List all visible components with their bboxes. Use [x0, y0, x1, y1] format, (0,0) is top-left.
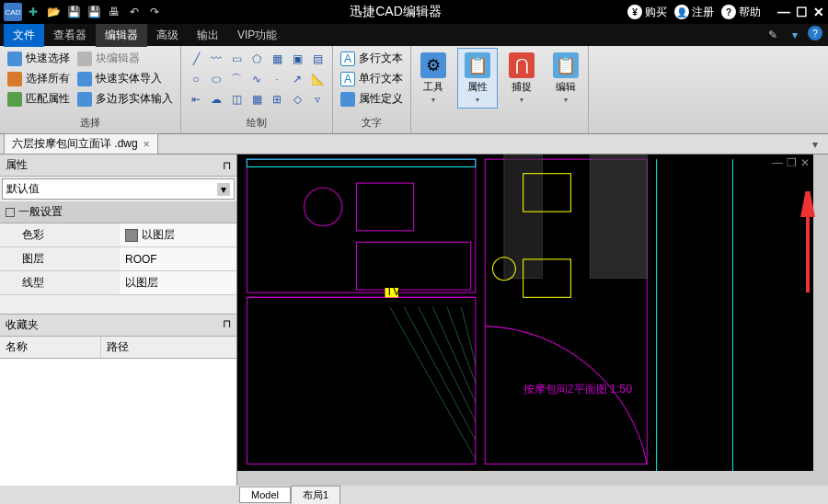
hatch-tool[interactable]: ▦ — [268, 50, 286, 68]
misc-tool[interactable]: ▿ — [308, 90, 327, 109]
tools-icon: ⚙ — [420, 52, 446, 78]
canvas-restore-icon[interactable]: ❐ — [787, 156, 797, 169]
open-icon[interactable]: 📂 — [44, 3, 63, 21]
sidebar: 属性 ⊓ 默认值 ▾ 一般设置 色彩 以图层 图层 ROOF 线型 以图层 收藏… — [0, 155, 237, 486]
menu-output[interactable]: 输出 — [188, 24, 228, 47]
ribbon-group-draw: ╱ 〰 ▭ ⬠ ▦ ▣ ▤ ○ ⬭ ⌒ ∿ · ↗ 📐 ⇤ ☁ ◫ ▦ ⊞ ◇ — [181, 46, 333, 133]
scrollbar-vertical[interactable] — [813, 155, 828, 486]
dim-tool[interactable]: ⇤ — [187, 90, 205, 109]
app-title: 迅捷CAD编辑器 — [164, 4, 627, 20]
curve-tool[interactable]: ∿ — [247, 70, 266, 88]
collapse-icon[interactable] — [6, 208, 15, 217]
ellipse-tool[interactable]: ⬭ — [207, 70, 225, 88]
matchprops-icon — [7, 92, 22, 107]
general-settings-section[interactable]: 一般设置 — [0, 201, 236, 223]
minimize-button[interactable]: — — [777, 5, 790, 19]
svg-text:按摩包间2平面图 1:50: 按摩包间2平面图 1:50 — [523, 383, 633, 395]
user-icon: 👤 — [674, 5, 689, 19]
pin-icon[interactable]: ⊓ — [223, 159, 231, 172]
document-tab[interactable]: 六层按摩包间立面详 .dwg × — [4, 133, 158, 155]
tools-button[interactable]: ⚙ 工具 ▾ — [413, 48, 454, 109]
saveas-icon[interactable]: 💾 — [85, 3, 103, 21]
properties-button[interactable]: 📋 属性 ▾ — [457, 48, 498, 109]
buy-button[interactable]: ¥购买 — [627, 5, 667, 20]
save-icon[interactable]: 💾 — [64, 3, 83, 21]
snap-button[interactable]: ⋂ 捕捉 ▾ — [501, 48, 542, 109]
solid-import[interactable]: 快速实体导入 — [75, 70, 175, 87]
tab-model[interactable]: Model — [239, 487, 291, 503]
drawing-canvas[interactable]: 按摩包间2平面图 1:50 TV — ❐ ✕ — [237, 155, 828, 486]
pencil-icon[interactable]: ✎ — [764, 26, 782, 44]
titlebar: CAD ✚ 📂 💾 💾 🖶 ↶ ↷ 迅捷CAD编辑器 ¥购买 👤注册 ?帮助 —… — [0, 0, 828, 24]
register-button[interactable]: 👤注册 — [674, 5, 714, 20]
poly-solid[interactable]: 多边形实体输入 — [75, 90, 175, 108]
ray-tool[interactable]: ↗ — [288, 70, 306, 88]
block-editor[interactable]: 块编辑器 — [75, 50, 175, 67]
default-value-combo[interactable]: 默认值 ▾ — [2, 178, 235, 200]
document-tabs: 六层按摩包间立面详 .dwg × ▾ — [0, 134, 828, 155]
app-icon: CAD — [4, 3, 22, 21]
yen-icon: ¥ — [627, 5, 642, 19]
rect-tool[interactable]: ▭ — [227, 50, 246, 68]
stext[interactable]: A单行文本 — [339, 70, 405, 87]
chevron-down-icon: ▾ — [217, 183, 230, 196]
insert-tool[interactable]: ⊞ — [268, 90, 286, 109]
print-icon[interactable]: 🖶 — [105, 3, 123, 21]
chevron-down-icon: ▾ — [431, 96, 435, 104]
canvas-min-icon[interactable]: — — [772, 156, 783, 169]
match-props[interactable]: 匹配属性 — [6, 90, 72, 108]
selectall-icon — [7, 72, 22, 86]
menu-vip[interactable]: VIP功能 — [228, 24, 286, 47]
help-button[interactable]: ?帮助 — [721, 5, 761, 20]
mtext-icon: A — [340, 52, 355, 66]
polyline-tool[interactable]: 〰 — [207, 50, 225, 68]
polygon-tool[interactable]: ⬠ — [247, 50, 266, 68]
pin-icon[interactable]: ⊓ — [223, 317, 231, 333]
maximize-button[interactable]: ☐ — [796, 5, 808, 19]
line-tool[interactable]: ╱ — [187, 50, 205, 68]
attrdef[interactable]: 属性定义 — [339, 90, 405, 108]
new-icon[interactable]: ✚ — [24, 3, 42, 21]
menu-advanced[interactable]: 高级 — [147, 24, 188, 47]
prop-row-color[interactable]: 色彩 以图层 — [0, 223, 236, 247]
circle-tool[interactable]: ○ — [187, 70, 205, 88]
close-button[interactable]: ✕ — [813, 5, 824, 19]
prop-row-linetype[interactable]: 线型 以图层 — [0, 271, 236, 295]
undo-icon[interactable]: ↶ — [125, 3, 144, 21]
tab-layout1[interactable]: 布局1 — [291, 486, 340, 505]
fav-col-name[interactable]: 名称 — [0, 337, 101, 358]
svg-text:TV: TV — [386, 285, 402, 298]
stext-icon: A — [340, 72, 355, 86]
menu-viewer[interactable]: 查看器 — [44, 24, 96, 47]
quick-select[interactable]: 快速选择 — [6, 50, 72, 67]
arc-tool[interactable]: ⌒ — [227, 70, 246, 88]
block-tool[interactable]: ▤ — [308, 50, 327, 68]
menu-file[interactable]: 文件 — [4, 24, 44, 47]
info-icon[interactable]: ? — [808, 26, 822, 40]
cloud-tool[interactable]: ☁ — [207, 90, 225, 109]
measure-tool[interactable]: 📐 — [308, 70, 327, 88]
menu-editor[interactable]: 编辑器 — [96, 24, 147, 47]
canvas-close-icon[interactable]: ✕ — [800, 156, 810, 169]
shape-tool[interactable]: ◇ — [288, 90, 306, 109]
attrdef-icon — [340, 92, 355, 107]
prop-row-layer[interactable]: 图层 ROOF — [0, 247, 236, 271]
tab-menu-icon[interactable]: ▾ — [806, 135, 824, 154]
menubar: 文件 查看器 编辑器 高级 输出 VIP功能 ✎ ▾ ? — [0, 24, 828, 46]
options-arrow-icon[interactable]: ▾ — [786, 26, 804, 44]
group-label-draw: 绘制 — [187, 114, 327, 132]
scrollbar-horizontal[interactable] — [237, 471, 813, 486]
mtext[interactable]: A多行文本 — [339, 50, 405, 67]
edit-button[interactable]: 📋 编辑 ▾ — [546, 48, 586, 109]
select-all[interactable]: 选择所有 — [6, 70, 72, 87]
container-tool[interactable]: ◫ — [227, 90, 246, 109]
fav-col-path[interactable]: 路径 — [101, 337, 236, 358]
table-tool[interactable]: ▦ — [247, 90, 266, 109]
redo-icon[interactable]: ↷ — [145, 3, 164, 21]
favorites-list — [0, 359, 236, 486]
close-tab-icon[interactable]: × — [144, 138, 150, 151]
svg-rect-11 — [590, 155, 647, 279]
point-tool[interactable]: · — [268, 70, 286, 88]
favorites-header: 收藏夹 ⊓ — [0, 314, 236, 337]
select-tool[interactable]: ▣ — [288, 50, 306, 68]
